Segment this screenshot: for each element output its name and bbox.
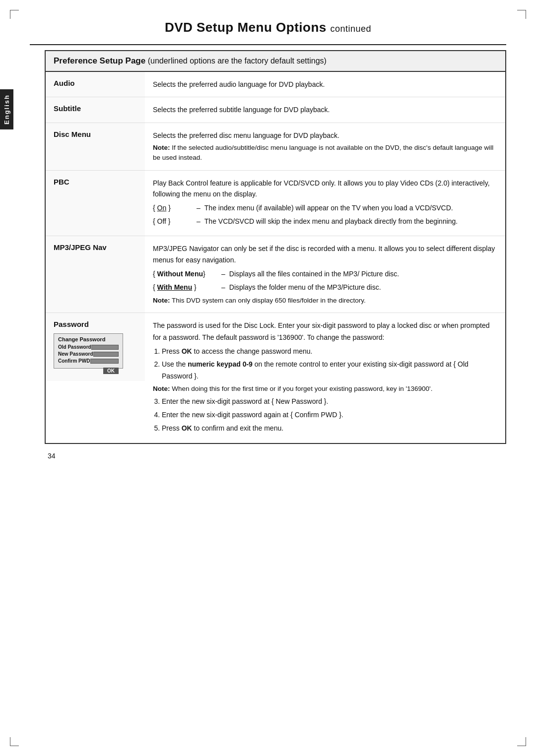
setting-row-pbc: PBC Play Back Control feature is applica…: [46, 171, 505, 237]
pwd-field-new: New Password: [58, 351, 119, 357]
pbc-options: { On } – The index menu (if available) w…: [153, 202, 497, 227]
label-pbc: PBC: [46, 171, 145, 236]
pwd-field-old: Old Password: [58, 344, 119, 350]
page-title: DVD Setup Menu Options continued: [30, 20, 506, 35]
label-mp3jpeg: MP3/JPEG Nav: [46, 236, 145, 313]
page-number: 34: [30, 452, 506, 460]
page-container: English DVD Setup Menu Options continued…: [0, 0, 536, 756]
corner-mark-bl: [10, 737, 19, 746]
pwd-step-1: Press OK to access the change password m…: [162, 346, 497, 358]
password-label-text: Password: [54, 320, 137, 328]
mp3jpeg-text: MP3/JPEG Navigator can only be set if th…: [153, 245, 495, 263]
pbc-off-value: The VCD/SVCD will skip the index menu an…: [204, 216, 497, 227]
mp3-without-value: Displays all the files contained in the …: [229, 268, 497, 279]
mp3-without-key: { Without Menu}: [153, 268, 217, 279]
ok-button[interactable]: OK: [103, 368, 119, 374]
new-pwd-input: [93, 352, 119, 357]
mp3-option-with: { With Menu } – Displays the folder menu…: [153, 282, 497, 293]
pbc-option-off: { Off } – The VCD/SVCD will skip the ind…: [153, 216, 497, 227]
change-pwd-title: Change Password: [58, 336, 119, 342]
corner-mark-tl: [10, 10, 19, 19]
pwd-step-2: Use the numeric keypad 0-9 on the remote…: [162, 359, 497, 382]
pbc-option-on: { On } – The index menu (if available) w…: [153, 202, 497, 213]
pbc-off-key: { Off }: [153, 216, 193, 227]
password-intro: The password is used for the Disc Lock. …: [153, 320, 497, 344]
pwd-field-confirm: Confirm PWD: [58, 358, 119, 364]
pbc-off-dash: –: [197, 216, 201, 227]
setting-row-mp3jpeg: MP3/JPEG Nav MP3/JPEG Navigator can only…: [46, 236, 505, 313]
pwd-step-5: Press OK to confirm and exit the menu.: [162, 423, 497, 435]
mp3-options: { Without Menu} – Displays all the files…: [153, 268, 497, 293]
desc-subtitle: Selects the preferred subtitle language …: [145, 97, 505, 122]
confirm-pwd-input: [90, 359, 119, 364]
desc-mp3jpeg: MP3/JPEG Navigator can only be set if th…: [145, 236, 505, 313]
pref-header-subtitle: (underlined options are the factory defa…: [148, 57, 327, 65]
disc-menu-text: Selects the preferred disc menu language…: [153, 131, 339, 139]
password-steps: Press OK to access the change password m…: [153, 346, 497, 435]
desc-pbc: Play Back Control feature is applicable …: [145, 171, 505, 236]
desc-audio: Selects the preferred audio language for…: [145, 72, 505, 97]
setting-row-subtitle: Subtitle Selects the preferred subtitle …: [46, 97, 505, 123]
pref-header: Preference Setup Page (underlined option…: [46, 51, 505, 72]
setting-row-audio: Audio Selects the preferred audio langua…: [46, 72, 505, 97]
desc-disc-menu: Selects the preferred disc menu language…: [145, 123, 505, 170]
setting-row-disc-menu: Disc Menu Selects the preferred disc men…: [46, 123, 505, 171]
setting-row-password: Password Change Password Old Password Ne…: [46, 313, 505, 443]
confirm-pwd-label: Confirm PWD: [58, 358, 90, 364]
title-rule: [30, 44, 506, 45]
content-box: Preference Setup Page (underlined option…: [45, 50, 506, 444]
mp3jpeg-note: Note: This DVD system can only display 6…: [153, 296, 497, 306]
old-pwd-input: [91, 345, 119, 350]
label-audio: Audio: [46, 72, 145, 97]
english-sidebar-label: English: [0, 89, 13, 129]
label-subtitle: Subtitle: [46, 97, 145, 122]
pref-header-bold: Preference Setup Page: [54, 56, 145, 65]
desc-password: The password is used for the Disc Lock. …: [145, 313, 505, 443]
mp3-option-without: { Without Menu} – Displays all the files…: [153, 268, 497, 279]
new-pwd-label: New Password: [58, 351, 93, 357]
corner-mark-tr: [517, 10, 526, 19]
pwd-step-4: Enter the new six-digit password again a…: [162, 409, 497, 421]
corner-mark-br: [517, 737, 526, 746]
disc-menu-note: Note: If the selected audio/subtitle/dis…: [153, 143, 497, 163]
title-main: DVD Setup Menu Options: [165, 20, 327, 35]
mp3-with-value: Displays the folder menu of the MP3/Pict…: [229, 282, 497, 293]
mp3-with-key: { With Menu }: [153, 282, 217, 293]
old-pwd-label: Old Password: [58, 344, 91, 350]
label-password: Password Change Password Old Password Ne…: [46, 313, 145, 381]
pwd-note: Note: When doing this for the first time…: [153, 384, 497, 394]
mp3-without-dash: –: [221, 268, 225, 279]
pbc-text: Play Back Control feature is applicable …: [153, 179, 490, 198]
title-continued: continued: [331, 24, 372, 34]
pbc-on-value: The index menu (if available) will appea…: [204, 202, 497, 213]
pwd-step-3: Enter the new six-digit password at { Ne…: [162, 396, 497, 408]
pbc-on-key: { On }: [153, 202, 193, 213]
change-password-box: Change Password Old Password New Passwor…: [54, 333, 123, 369]
pbc-on-dash: –: [197, 202, 201, 213]
label-disc-menu: Disc Menu: [46, 123, 145, 170]
mp3-with-dash: –: [221, 282, 225, 293]
